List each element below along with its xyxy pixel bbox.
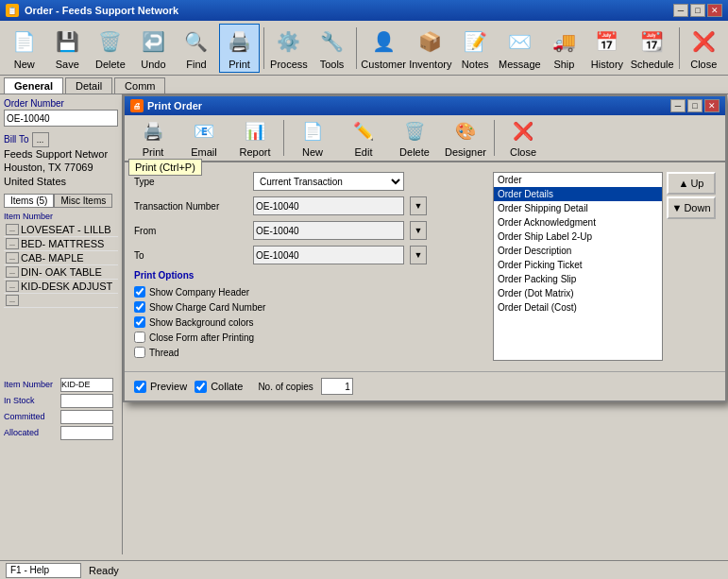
tab-comm[interactable]: Comm <box>114 77 165 94</box>
list-box-item[interactable]: Order Acknowledgment <box>494 215 662 230</box>
modal-minimize[interactable]: ─ <box>670 99 686 112</box>
modal-report-button[interactable]: 📊 Report <box>230 117 279 159</box>
type-select[interactable]: Current Transaction All Transactions <box>253 172 404 191</box>
list-box-item[interactable]: Order (Dot Matrix) <box>494 286 662 300</box>
list-item[interactable]: ...BED- MATTRESS <box>4 237 118 251</box>
allocated-field[interactable] <box>60 426 113 440</box>
modal-designer-icon: 🎨 <box>452 118 479 145</box>
modal-new-button[interactable]: 📄 New <box>288 117 337 159</box>
save-button[interactable]: 💾 Save <box>47 24 89 73</box>
modal-left-panel: Type Current Transaction All Transaction… <box>134 172 483 362</box>
print-tooltip: Print (Ctrl+P) <box>128 159 202 176</box>
close-app-button[interactable]: ✕ <box>707 4 722 17</box>
process-button[interactable]: ⚙️ Process <box>268 24 310 73</box>
item-btn-3[interactable]: ... <box>6 266 19 278</box>
list-item[interactable]: ...CAB- MAPLE <box>4 251 118 265</box>
to-dropdown-button[interactable]: ▼ <box>410 246 427 264</box>
notes-button[interactable]: 📝 Notes <box>454 24 496 73</box>
copies-input[interactable] <box>321 378 353 395</box>
delete-button[interactable]: 🗑️ Delete <box>90 24 131 73</box>
list-item[interactable]: ...KID-DESK ADJUST <box>4 280 118 294</box>
transaction-number-input[interactable] <box>253 196 404 215</box>
modal-maximize[interactable]: □ <box>687 99 703 112</box>
tab-general[interactable]: General <box>4 77 63 94</box>
list-box-item[interactable]: Order Description <box>494 244 662 258</box>
message-button[interactable]: ✉️ Message <box>498 24 542 73</box>
thread-label: Thread <box>149 348 179 358</box>
minimize-button[interactable]: ─ <box>673 4 688 17</box>
modal-print-button[interactable]: 🖨️ Print <box>128 117 178 159</box>
list-item[interactable]: ...LOVESEAT - LILLB <box>4 223 118 237</box>
from-input[interactable] <box>253 221 404 240</box>
undo-button[interactable]: ↩️ Undo <box>133 24 175 73</box>
list-box-item[interactable]: Order Shipping Detail <box>494 201 662 215</box>
list-box-item[interactable]: Order Detail (Cost) <box>494 300 662 315</box>
print-toolbar-button[interactable]: 🖨️ Print <box>219 24 261 73</box>
item-btn-2[interactable]: ... <box>6 252 19 264</box>
tab-detail[interactable]: Detail <box>65 77 112 94</box>
collate-checkbox[interactable] <box>195 381 207 393</box>
close-after-checkbox[interactable] <box>134 332 145 343</box>
item-btn-5[interactable]: ... <box>6 295 19 306</box>
subtab-items[interactable]: Items (5) <box>4 194 54 208</box>
close-after-label: Close Form after Printing <box>149 332 254 343</box>
inventory-button[interactable]: 📦 Inventory <box>408 24 452 73</box>
thread-checkbox[interactable] <box>134 347 145 358</box>
new-button[interactable]: 📄 New <box>4 24 45 73</box>
ship-button[interactable]: 🚚 Ship <box>544 24 585 73</box>
up-button[interactable]: ▲ Up <box>667 172 716 195</box>
toolbar-separator-1 <box>263 27 264 69</box>
modal-edit-button[interactable]: ✏️ Edit <box>339 117 388 159</box>
side-buttons: ▲ Up ▼ Down <box>667 172 716 362</box>
item-btn-4[interactable]: ... <box>6 281 19 292</box>
bill-to-button[interactable]: ... <box>32 132 49 147</box>
customer-icon: 👤 <box>368 26 398 57</box>
save-icon: 💾 <box>52 26 82 57</box>
subtab-misc[interactable]: Misc Items <box>54 194 112 208</box>
item-btn-1[interactable]: ... <box>6 238 19 249</box>
order-number-input[interactable] <box>4 110 118 127</box>
down-button[interactable]: ▼ Down <box>667 196 716 219</box>
show-company-checkbox[interactable] <box>134 286 145 298</box>
tools-button[interactable]: 🔧 Tools <box>312 24 353 73</box>
show-bg-checkbox[interactable] <box>134 316 145 328</box>
list-item[interactable]: ...DIN- OAK TABLE <box>4 265 118 280</box>
maximize-button[interactable]: □ <box>690 4 705 17</box>
message-icon: ✉️ <box>504 26 534 57</box>
trans-dropdown-button[interactable]: ▼ <box>410 196 427 215</box>
customer-button[interactable]: 👤 Customer <box>361 24 406 73</box>
list-box-item[interactable]: Order Details <box>494 187 662 201</box>
from-dropdown-button[interactable]: ▼ <box>410 221 427 240</box>
trans-label: Transaction Number <box>134 201 247 212</box>
preview-checkbox[interactable] <box>134 381 146 393</box>
list-box-item[interactable]: Order Picking Ticket <box>494 258 662 272</box>
toolbar-separator-3 <box>679 27 680 69</box>
modal-close[interactable]: ✕ <box>704 99 720 112</box>
history-button[interactable]: 📅 History <box>586 24 628 73</box>
show-charge-checkbox[interactable] <box>134 301 145 313</box>
items-list: ...LOVESEAT - LILLB ...BED- MATTRESS ...… <box>4 223 118 374</box>
close-toolbar-button[interactable]: ❌ Close <box>684 24 725 73</box>
to-input[interactable] <box>253 246 404 264</box>
item-number-field[interactable] <box>60 378 113 392</box>
list-box-item[interactable]: Order <box>494 173 662 187</box>
item-info-panel: Item Number In Stock Committed Allocated <box>4 378 118 440</box>
list-item[interactable]: ... <box>4 294 118 308</box>
in-stock-field[interactable] <box>60 394 113 408</box>
modal-designer-button[interactable]: 🎨 Designer <box>441 117 490 159</box>
modal-delete-button[interactable]: 🗑️ Delete <box>390 117 439 159</box>
ship-icon: 🚚 <box>549 26 579 57</box>
item-btn-0[interactable]: ... <box>6 224 19 235</box>
find-button[interactable]: 🔍 Find <box>176 24 217 73</box>
checkbox-show-charge: Show Charge Card Number <box>134 301 483 313</box>
modal-email-button[interactable]: 📧 Email <box>179 117 229 159</box>
list-box-item[interactable]: Order Ship Label 2-Up <box>494 230 662 244</box>
list-box-item[interactable]: Order Packing Slip <box>494 272 662 286</box>
modal-edit-icon: ✏️ <box>350 118 377 145</box>
history-icon: 📅 <box>592 26 622 57</box>
close-icon: ❌ <box>688 26 719 57</box>
item-number-col-label: Item Number <box>4 212 118 221</box>
schedule-button[interactable]: 📆 Schedule <box>630 24 675 73</box>
modal-close-button[interactable]: ❌ Close <box>499 117 548 159</box>
committed-field[interactable] <box>60 410 113 424</box>
